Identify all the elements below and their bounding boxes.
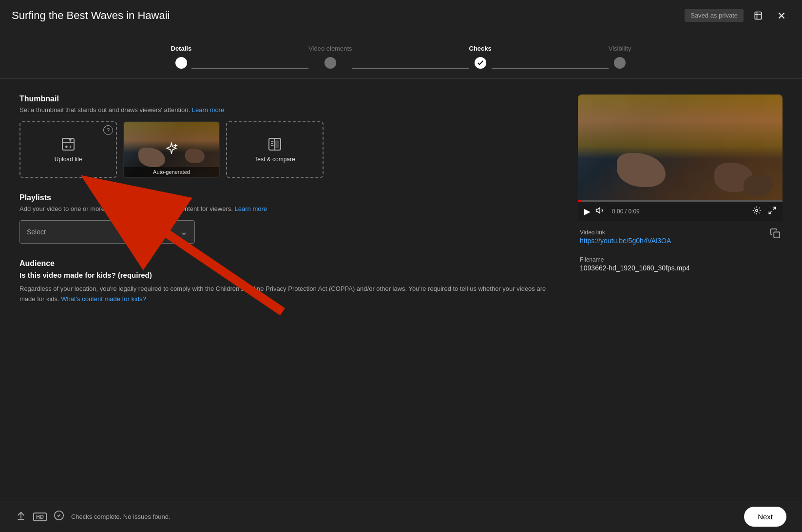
playlists-section: Playlists Add your video to one or more … bbox=[19, 193, 549, 244]
playlist-select-placeholder: Select bbox=[27, 228, 46, 236]
close-button[interactable] bbox=[773, 7, 790, 24]
audience-question: Is this video made for kids? (required) bbox=[19, 271, 549, 279]
bottom-left: HD Checks complete. No issues found. bbox=[16, 510, 171, 523]
video-thumbnail bbox=[578, 95, 783, 202]
checks-complete-icon bbox=[54, 510, 64, 523]
thumbnail-section: Thumbnail Set a thumbnail that stands ou… bbox=[19, 95, 549, 178]
audience-description: Regardless of your location, you're lega… bbox=[19, 284, 549, 304]
playlist-select[interactable]: Select ⌄ bbox=[19, 220, 195, 244]
upload-file-icon bbox=[60, 136, 76, 152]
auto-gen-bg: Auto-generated bbox=[124, 122, 219, 177]
test-compare-label: Test & compare bbox=[254, 156, 295, 163]
svg-rect-0 bbox=[755, 12, 761, 19]
step-details[interactable]: Details bbox=[171, 45, 192, 69]
video-link[interactable]: https://youtu.be/5g0h4VAl3OA bbox=[580, 237, 770, 245]
right-panel: ▶ 0:00 / 0:09 bbox=[578, 95, 783, 490]
play-button[interactable]: ▶ bbox=[584, 206, 591, 217]
step-details-label: Details bbox=[171, 45, 192, 52]
step-line-2 bbox=[352, 68, 469, 69]
step-visibility-label: Visibility bbox=[609, 45, 631, 52]
filename-label: Filename bbox=[580, 256, 781, 263]
video-info: Video link https://youtu.be/5g0h4VAl3OA … bbox=[578, 229, 783, 272]
main-content: Thumbnail Set a thumbnail that stands ou… bbox=[0, 79, 802, 506]
filename-value: 1093662-hd_1920_1080_30fps.mp4 bbox=[580, 264, 781, 272]
fullscreen-icon bbox=[768, 206, 777, 215]
copy-icon bbox=[770, 228, 781, 239]
page-title: Surfing the Best Waves in Hawaii bbox=[12, 9, 170, 22]
audience-title: Audience bbox=[19, 259, 549, 268]
step-visibility-circle bbox=[614, 57, 626, 69]
flag-icon-button[interactable] bbox=[749, 7, 767, 24]
step-video-elements[interactable]: Video elements bbox=[308, 45, 352, 69]
svg-rect-17 bbox=[275, 141, 279, 147]
copy-link-button[interactable] bbox=[770, 228, 781, 241]
sparkle-icon bbox=[165, 141, 178, 155]
volume-button[interactable] bbox=[595, 206, 605, 217]
step-checks-label: Checks bbox=[469, 45, 492, 52]
next-button[interactable]: Next bbox=[744, 507, 786, 527]
video-time: 0:00 / 0:09 bbox=[612, 208, 745, 215]
video-progress-fill bbox=[578, 200, 582, 202]
close-icon bbox=[776, 10, 787, 21]
svg-marker-18 bbox=[596, 208, 600, 213]
step-checks[interactable]: Checks bbox=[469, 45, 492, 69]
thumbnail-options: ? Upload file bbox=[19, 121, 549, 178]
upload-thumbnail-button[interactable]: ? Upload file bbox=[19, 121, 117, 178]
thumbnail-title: Thumbnail bbox=[19, 95, 549, 103]
step-line-1 bbox=[191, 68, 308, 69]
svg-line-20 bbox=[773, 207, 776, 209]
settings-icon bbox=[752, 206, 761, 215]
settings-button[interactable] bbox=[752, 206, 761, 217]
audience-section: Audience Is this video made for kids? (r… bbox=[19, 259, 549, 304]
step-details-circle bbox=[175, 57, 187, 69]
auto-gen-label: Auto-generated bbox=[153, 169, 190, 175]
checks-status-text: Checks complete. No issues found. bbox=[71, 513, 171, 520]
thumbnail-description: Set a thumbnail that stands out and draw… bbox=[19, 106, 549, 114]
auto-generated-thumbnail[interactable]: Auto-generated bbox=[123, 121, 220, 178]
stepper: Details Video elements Checks Visibility bbox=[0, 31, 802, 79]
video-preview: ▶ 0:00 / 0:09 bbox=[578, 95, 783, 221]
check-icon bbox=[477, 59, 484, 67]
test-compare-button[interactable]: Test & compare bbox=[226, 121, 324, 178]
playlists-description: Add your video to one or more playlists … bbox=[19, 205, 549, 212]
svg-line-21 bbox=[769, 211, 771, 214]
upload-icon[interactable] bbox=[16, 510, 26, 523]
upload-file-label: Upload file bbox=[55, 156, 82, 163]
bottom-bar: HD Checks complete. No issues found. Nex… bbox=[0, 501, 802, 532]
video-progress-bar bbox=[578, 200, 783, 202]
header: Surfing the Best Waves in Hawaii Saved a… bbox=[0, 0, 802, 31]
kids-content-link[interactable]: What's content made for kids? bbox=[61, 295, 146, 303]
playlists-learn-more[interactable]: Learn more bbox=[235, 205, 267, 212]
flag-icon bbox=[753, 11, 763, 20]
left-panel: Thumbnail Set a thumbnail that stands ou… bbox=[19, 95, 578, 490]
chevron-down-icon: ⌄ bbox=[180, 227, 188, 237]
step-visibility[interactable]: Visibility bbox=[609, 45, 631, 69]
saved-status-badge: Saved as private bbox=[685, 9, 744, 22]
filename-row: Filename 1093662-hd_1920_1080_30fps.mp4 bbox=[580, 256, 781, 272]
playlists-title: Playlists bbox=[19, 193, 549, 202]
fullscreen-button[interactable] bbox=[768, 206, 777, 217]
step-video-elements-circle bbox=[325, 57, 336, 69]
svg-point-19 bbox=[756, 209, 758, 212]
video-link-label: Video link bbox=[580, 229, 770, 236]
step-line-3 bbox=[492, 68, 609, 69]
step-checks-circle bbox=[475, 57, 486, 69]
step-video-elements-label: Video elements bbox=[308, 45, 352, 52]
upload-arrow-icon bbox=[16, 510, 26, 521]
header-right: Saved as private bbox=[685, 7, 790, 24]
hd-badge: HD bbox=[33, 513, 47, 521]
video-controls: ▶ 0:00 / 0:09 bbox=[578, 202, 783, 221]
thumbnail-learn-more[interactable]: Learn more bbox=[192, 106, 224, 114]
video-link-row: Video link https://youtu.be/5g0h4VAl3OA bbox=[580, 229, 781, 251]
circle-check-icon bbox=[54, 510, 64, 521]
upload-help-icon[interactable]: ? bbox=[103, 125, 113, 135]
volume-icon bbox=[595, 206, 605, 215]
svg-rect-5 bbox=[62, 138, 74, 150]
test-compare-icon bbox=[267, 136, 283, 152]
svg-rect-22 bbox=[774, 232, 780, 238]
